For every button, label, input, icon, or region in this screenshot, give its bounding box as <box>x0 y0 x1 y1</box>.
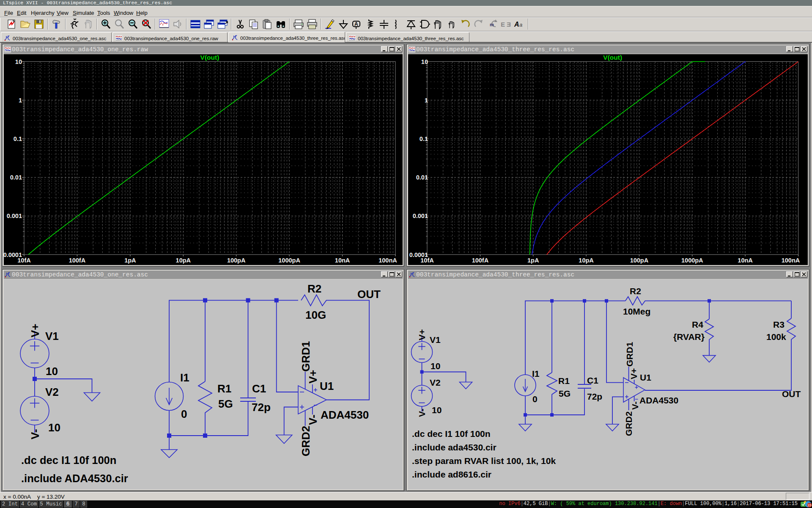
svg-text:.include ADA4530.cir: .include ADA4530.cir <box>21 472 128 484</box>
svg-text:1000pA: 1000pA <box>681 257 703 264</box>
svg-text:1000pA: 1000pA <box>278 257 300 264</box>
svg-text:V-: V- <box>630 401 640 410</box>
svg-text:.step param RVAR list 100, 1k,: .step param RVAR list 100, 1k, 10k <box>412 456 556 466</box>
svg-text:ADA4530: ADA4530 <box>321 409 369 421</box>
svg-text:OUT: OUT <box>782 389 801 399</box>
svg-text:OUT: OUT <box>357 288 381 301</box>
svg-text:10: 10 <box>431 361 440 371</box>
svg-text:R2: R2 <box>630 286 641 296</box>
svg-text:V(out): V(out) <box>603 54 622 61</box>
svg-text:V-: V- <box>29 429 41 439</box>
svg-text:10fA: 10fA <box>17 257 31 264</box>
svg-text:.include ad8616.cir: .include ad8616.cir <box>412 469 491 479</box>
svg-text:V2: V2 <box>45 386 59 398</box>
svg-text:1: 1 <box>19 97 22 104</box>
svg-text:0.001: 0.001 <box>413 213 428 219</box>
svg-text:R3: R3 <box>773 320 785 329</box>
svg-text:100fA: 100fA <box>69 257 86 264</box>
svg-text:1pA: 1pA <box>124 257 136 264</box>
svg-text:0: 0 <box>181 408 187 420</box>
svg-text:V+: V+ <box>629 368 639 379</box>
svg-text:V1: V1 <box>45 330 59 342</box>
svg-text:C1: C1 <box>587 375 598 385</box>
svg-text:100pA: 100pA <box>227 257 246 264</box>
svg-text:10: 10 <box>432 405 442 415</box>
svg-text:0.01: 0.01 <box>416 174 428 181</box>
svg-text:V2: V2 <box>430 378 441 387</box>
svg-text:A: A <box>354 21 358 27</box>
svg-text:GRD2: GRD2 <box>299 426 312 456</box>
svg-text:.dc dec I1 10f 100n: .dc dec I1 10f 100n <box>412 429 491 439</box>
svg-text:V-: V- <box>307 414 319 425</box>
svg-text:R1: R1 <box>558 376 570 386</box>
svg-text:5G: 5G <box>559 389 571 398</box>
svg-text:V(out): V(out) <box>200 54 219 61</box>
svg-text:{RVAR}: {RVAR} <box>673 332 705 342</box>
svg-text:10: 10 <box>46 365 58 378</box>
svg-text:V1: V1 <box>430 335 441 345</box>
svg-text:R4: R4 <box>692 320 703 329</box>
svg-text:m: m <box>490 22 494 27</box>
svg-text:0.1: 0.1 <box>420 135 428 142</box>
svg-text:U1: U1 <box>640 373 651 382</box>
svg-text:A: A <box>514 21 519 28</box>
svg-text:1: 1 <box>425 97 428 104</box>
svg-text:100pA: 100pA <box>630 257 649 264</box>
svg-text:R2: R2 <box>307 282 321 295</box>
svg-text:10: 10 <box>15 58 22 65</box>
svg-text:0.1: 0.1 <box>14 135 22 142</box>
svg-text:0.001: 0.001 <box>7 213 22 219</box>
svg-text:10pA: 10pA <box>176 257 191 264</box>
svg-text:10nA: 10nA <box>738 257 753 264</box>
svg-text:100fA: 100fA <box>472 257 489 264</box>
svg-text:I1: I1 <box>532 369 540 378</box>
svg-text:10: 10 <box>421 58 428 65</box>
svg-text:10nA: 10nA <box>335 257 350 264</box>
svg-text:100k: 100k <box>766 332 786 342</box>
svg-text:C1: C1 <box>252 382 266 395</box>
svg-text:5G: 5G <box>218 398 233 410</box>
svg-text:V-: V- <box>417 409 427 417</box>
svg-text:10fA: 10fA <box>420 257 434 264</box>
svg-text:0.01: 0.01 <box>10 174 22 181</box>
svg-text:100nA: 100nA <box>782 257 800 264</box>
svg-text:1pA: 1pA <box>527 257 539 264</box>
svg-text:GRD1: GRD1 <box>625 342 634 367</box>
svg-text:ADA4530: ADA4530 <box>639 395 678 405</box>
svg-text:R1: R1 <box>217 382 231 395</box>
svg-text:0: 0 <box>532 394 538 404</box>
svg-text:15: 15 <box>808 503 812 507</box>
svg-text:E: E <box>507 21 511 28</box>
svg-text:.include ada4530.cir: .include ada4530.cir <box>412 442 497 452</box>
svg-text:GRD2: GRD2 <box>624 411 634 436</box>
svg-text:V+: V+ <box>307 370 319 384</box>
svg-text:E: E <box>501 21 505 28</box>
svg-text:10G: 10G <box>305 309 326 321</box>
svg-text:I1: I1 <box>180 371 189 384</box>
svg-text:72p: 72p <box>252 401 271 414</box>
svg-text:10Meg: 10Meg <box>623 306 650 316</box>
svg-text:U1: U1 <box>320 380 334 392</box>
svg-text:100nA: 100nA <box>379 257 397 264</box>
svg-text:72p: 72p <box>587 392 602 401</box>
svg-text:V+: V+ <box>29 323 41 337</box>
svg-text:a: a <box>519 22 522 28</box>
svg-text:V+: V+ <box>417 329 427 340</box>
svg-text:10: 10 <box>48 421 60 434</box>
svg-text:.dc dec I1 10f 100n: .dc dec I1 10f 100n <box>21 454 116 466</box>
svg-text:GRD1: GRD1 <box>299 341 312 372</box>
svg-text:10pA: 10pA <box>579 257 594 264</box>
